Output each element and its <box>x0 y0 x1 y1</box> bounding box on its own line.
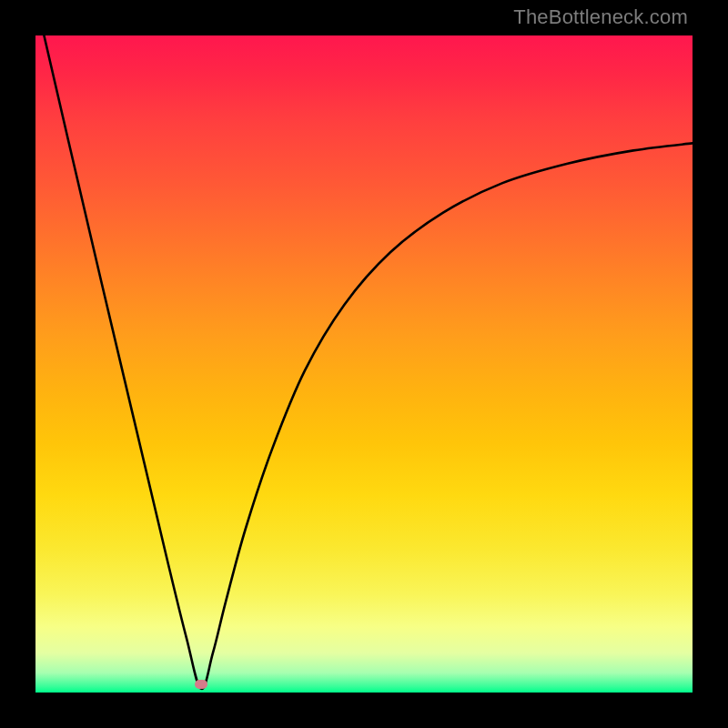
bottleneck-curve <box>35 35 693 693</box>
watermark-text: TheBottleneck.com <box>513 5 688 29</box>
minimum-marker <box>195 680 207 689</box>
plot-area <box>35 35 693 693</box>
